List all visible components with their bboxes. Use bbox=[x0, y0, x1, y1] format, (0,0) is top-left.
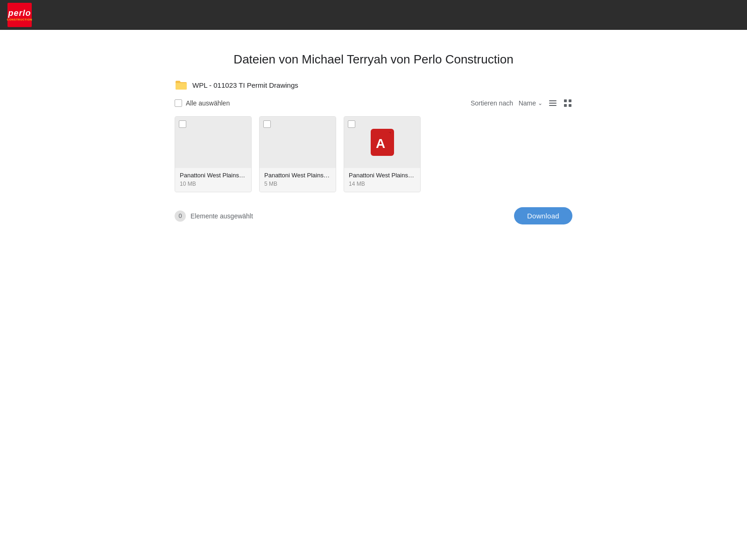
file-name-3: Panattoni West Plains TI... bbox=[349, 172, 416, 179]
file-info-2: Panattoni West Plains TI... 5 MB bbox=[260, 168, 336, 192]
svg-rect-4 bbox=[569, 99, 571, 102]
sort-label[interactable]: Sortieren nach Name ⌄ bbox=[471, 99, 543, 107]
logo-text-perlo: perlo bbox=[8, 9, 31, 18]
app-header: perlo CONSTRUCTION bbox=[0, 0, 747, 30]
file-size-1: 10 MB bbox=[180, 181, 247, 187]
grid-view-icon[interactable] bbox=[563, 98, 572, 108]
svg-text:A: A bbox=[376, 136, 385, 151]
main-content: Dateien von Michael Terryah von Perlo Co… bbox=[163, 30, 584, 247]
svg-rect-6 bbox=[569, 104, 571, 107]
file-checkbox-1[interactable] bbox=[179, 120, 186, 128]
svg-rect-1 bbox=[549, 103, 557, 104]
pdf-icon: A bbox=[371, 129, 394, 156]
count-badge: 0 bbox=[175, 210, 186, 222]
select-all-checkbox[interactable] bbox=[175, 99, 182, 107]
svg-rect-5 bbox=[564, 104, 567, 107]
file-thumbnail-3: A bbox=[344, 117, 420, 168]
selected-label: Elemente ausgewählt bbox=[190, 212, 253, 220]
file-grid: Panattoni West Plains TI... 10 MB Panatt… bbox=[175, 116, 572, 192]
svg-rect-0 bbox=[549, 100, 557, 101]
folder-icon bbox=[175, 80, 188, 90]
file-checkbox-3[interactable] bbox=[348, 120, 355, 128]
folder-name: WPL - 011023 TI Permit Drawings bbox=[192, 81, 298, 89]
file-name-1: Panattoni West Plains TI... bbox=[180, 172, 247, 179]
toolbar: Alle auswählen Sortieren nach Name ⌄ bbox=[175, 98, 572, 108]
bottom-bar: 0 Elemente ausgewählt Download bbox=[175, 207, 572, 224]
file-info-1: Panattoni West Plains TI... 10 MB bbox=[175, 168, 251, 192]
file-thumbnail-1 bbox=[175, 117, 251, 168]
file-card[interactable]: A Panattoni West Plains TI... 14 MB bbox=[344, 116, 421, 192]
sort-label-text: Sortieren nach Name bbox=[471, 99, 536, 107]
file-size-2: 5 MB bbox=[264, 181, 331, 187]
file-name-2: Panattoni West Plains TI... bbox=[264, 172, 331, 179]
file-info-3: Panattoni West Plains TI... 14 MB bbox=[344, 168, 420, 192]
select-all-text: Alle auswählen bbox=[186, 99, 230, 107]
download-button[interactable]: Download bbox=[514, 207, 572, 224]
page-title: Dateien von Michael Terryah von Perlo Co… bbox=[175, 52, 572, 67]
select-all-label[interactable]: Alle auswählen bbox=[175, 99, 230, 107]
file-checkbox-2[interactable] bbox=[263, 120, 271, 128]
logo: perlo CONSTRUCTION bbox=[7, 3, 32, 27]
selected-count: 0 Elemente ausgewählt bbox=[175, 210, 253, 222]
list-view-icon[interactable] bbox=[548, 98, 557, 108]
svg-rect-3 bbox=[564, 99, 567, 102]
file-thumbnail-2 bbox=[260, 117, 336, 168]
folder-row: WPL - 011023 TI Permit Drawings bbox=[175, 80, 572, 90]
logo-text-construction: CONSTRUCTION bbox=[7, 18, 32, 21]
sort-area: Sortieren nach Name ⌄ bbox=[471, 98, 572, 108]
file-size-3: 14 MB bbox=[349, 181, 416, 187]
svg-rect-2 bbox=[549, 105, 557, 106]
file-card[interactable]: Panattoni West Plains TI... 5 MB bbox=[259, 116, 336, 192]
sort-chevron-icon: ⌄ bbox=[538, 100, 543, 106]
file-card[interactable]: Panattoni West Plains TI... 10 MB bbox=[175, 116, 252, 192]
